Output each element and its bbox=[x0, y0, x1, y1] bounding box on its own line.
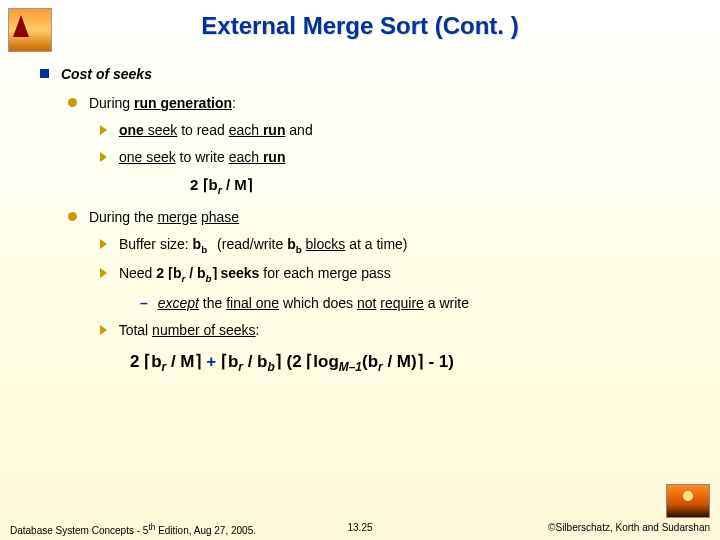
text: final one bbox=[226, 295, 279, 311]
slide-body: Cost of seeks During run generation: one… bbox=[40, 58, 690, 377]
text: / b bbox=[243, 352, 268, 371]
text: phase bbox=[201, 209, 239, 225]
subitem-need-seeks: Need 2 ⌈br / bb⌉ seeks for each merge pa… bbox=[100, 263, 690, 286]
text: require bbox=[380, 295, 424, 311]
text: b bbox=[287, 236, 296, 252]
text: : bbox=[256, 322, 260, 338]
text: b bbox=[193, 236, 202, 252]
text: / M⌉ bbox=[166, 352, 201, 371]
h1-text: Cost of seeks bbox=[61, 66, 152, 82]
slide-title: External Merge Sort (Cont. ) bbox=[0, 0, 720, 40]
heading-cost-of-seeks: Cost of seeks bbox=[40, 64, 690, 85]
text: ⌈b bbox=[221, 352, 238, 371]
footer-left: Database System Concepts - 5th Edition, … bbox=[10, 522, 256, 536]
text: merge bbox=[157, 209, 197, 225]
logo-bottomright bbox=[666, 484, 710, 518]
circle-bullet-icon bbox=[68, 98, 77, 107]
plus-sign: + bbox=[202, 352, 221, 371]
text: / b bbox=[185, 265, 205, 281]
text: blocks bbox=[306, 236, 346, 252]
text: During bbox=[89, 95, 134, 111]
text: Total bbox=[119, 322, 152, 338]
text: (read/write bbox=[217, 236, 287, 252]
text: During the bbox=[89, 209, 157, 225]
text: one bbox=[119, 122, 144, 138]
text: ⌉ (2 ⌈log bbox=[275, 352, 339, 371]
item-merge-phase: During the merge phase bbox=[68, 207, 690, 228]
triangle-bullet-icon bbox=[100, 325, 107, 335]
text: to read bbox=[177, 122, 228, 138]
text: b bbox=[201, 244, 207, 255]
square-bullet-icon bbox=[40, 69, 49, 78]
text: a write bbox=[424, 295, 469, 311]
subitem-buffer-size: Buffer size: bb(read/write bb blocks at … bbox=[100, 234, 690, 257]
text: run bbox=[263, 149, 286, 165]
triangle-bullet-icon bbox=[100, 125, 107, 135]
subitem-read-seek: one seek to read each run and bbox=[100, 120, 690, 141]
text: M–1 bbox=[339, 360, 362, 374]
text: at a time) bbox=[345, 236, 407, 252]
text: (b bbox=[362, 352, 378, 371]
item-run-generation: During run generation: bbox=[68, 93, 690, 114]
text: each bbox=[229, 149, 263, 165]
text: / M⌉ bbox=[222, 176, 253, 193]
formula-total-seeks: 2 ⌈br / M⌉ + ⌈br / bb⌉ (2 ⌈logM–1(br / M… bbox=[130, 349, 690, 377]
text: : bbox=[232, 95, 236, 111]
triangle-bullet-icon bbox=[100, 268, 107, 278]
text: Database System Concepts - 5 bbox=[10, 525, 148, 536]
subitem-write-seek: one seek to write each run bbox=[100, 147, 690, 168]
text: b bbox=[296, 244, 302, 255]
text: b bbox=[268, 360, 275, 374]
text: the bbox=[199, 295, 226, 311]
footer-center: 13.25 bbox=[347, 522, 372, 533]
text: each bbox=[229, 122, 263, 138]
text: for each merge pass bbox=[259, 265, 391, 281]
text: run bbox=[134, 95, 160, 111]
text: to write bbox=[176, 149, 229, 165]
text: except bbox=[158, 295, 199, 311]
text: and bbox=[285, 122, 312, 138]
text: Buffer size: bbox=[119, 236, 193, 252]
text: / M)⌉ - 1) bbox=[383, 352, 454, 371]
text: Need bbox=[119, 265, 156, 281]
text: 2 ⌈b bbox=[130, 352, 162, 371]
formula-run-gen: 2 ⌈br / M⌉ bbox=[190, 174, 690, 199]
circle-bullet-icon bbox=[68, 212, 77, 221]
text: seek bbox=[144, 122, 177, 138]
triangle-bullet-icon bbox=[100, 239, 107, 249]
text: Edition, Aug 27, 2005. bbox=[155, 525, 256, 536]
text: ⌉ seeks bbox=[212, 265, 260, 281]
text: number of seeks bbox=[152, 322, 256, 338]
logo-topleft bbox=[8, 8, 52, 52]
footer: Database System Concepts - 5th Edition, … bbox=[10, 522, 710, 536]
dash-bullet-icon: – bbox=[140, 295, 148, 311]
triangle-bullet-icon bbox=[100, 152, 107, 162]
footer-right: ©Silberschatz, Korth and Sudarshan bbox=[548, 522, 710, 533]
subitem-total-seeks: Total number of seeks: bbox=[100, 320, 690, 341]
text: one seek bbox=[119, 149, 176, 165]
text: run bbox=[263, 122, 286, 138]
text: 2 ⌈b bbox=[156, 265, 181, 281]
text: generation bbox=[160, 95, 232, 111]
text: which does bbox=[279, 295, 357, 311]
text: 2 ⌈b bbox=[190, 176, 218, 193]
text: not bbox=[357, 295, 376, 311]
subsubitem-except: – except the final one which does not re… bbox=[140, 293, 690, 314]
